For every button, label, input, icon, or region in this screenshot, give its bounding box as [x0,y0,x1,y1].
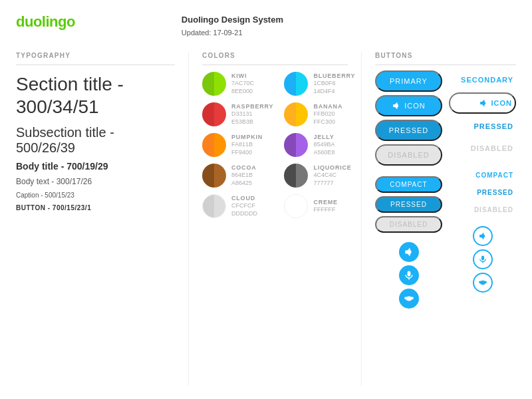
svg-point-5 [479,281,481,284]
color-banana: BANANA FFB020 FFC300 [284,102,355,126]
pressed-button[interactable]: PRESSED [375,120,442,141]
typography-body-text: Body text - 300/17/26 [16,177,175,186]
speaker-icon [392,101,401,110]
turtle-outline-icon [478,278,487,287]
cloud-swatch [202,194,226,218]
svg-point-3 [406,297,410,301]
turtle-circle-icon[interactable] [399,289,419,309]
speaker-filled-icon [404,247,414,257]
compact-outline-button[interactable]: COMPACT [449,168,516,182]
logo: duolingo [16,13,75,31]
system-title: Duolingo Design System [182,13,283,27]
svg-point-6 [484,281,487,284]
header: duolingo Duolingo Design System Updated:… [16,13,516,39]
typography-body-title: Body title - 700/19/29 [16,161,175,172]
mic-filled-icon [404,270,414,281]
typography-section-title: Section title - 300/34/51 [16,73,175,118]
kiwi-swatch [202,72,226,96]
banana-swatch [284,102,308,126]
icon-button[interactable]: ICON [375,95,442,116]
jelly-swatch [284,133,308,157]
compact-pressed-outline-button[interactable]: PRESSED [449,186,516,200]
turtle-icon [404,293,414,304]
color-liquorice: LIQUORICE 4C4C4C 777777 [284,164,355,188]
disabled-button: DISABLED [375,144,442,166]
typography-subsection-title: Subsection title - 500/26/39 [16,125,175,156]
icon-outline-button[interactable]: ICON [449,92,516,114]
creme-swatch [284,194,308,218]
color-jelly: JELLY 8549BA A560E8 [284,133,355,157]
updated-date: Updated: 17-09-21 [182,27,283,39]
buttons-section-label: BUTTONS [375,52,516,65]
svg-point-1 [404,297,407,300]
typography-section-label: TYPOGRAPHY [16,52,175,65]
raspberry-swatch [202,102,226,126]
color-kiwi: KIWI 7AC70C 8EE000 [202,72,273,96]
typography-caption: Caption - 500/15/23 [16,192,175,199]
color-grid: KIWI 7AC70C 8EE000 BLUEBERRY 1CB0F6 14D4… [202,72,348,218]
compact-button[interactable]: COMPACT [375,176,442,193]
pumpkin-swatch [202,133,226,157]
mic-circle-icon[interactable] [399,265,419,285]
color-creme: CREME FFFFFF [284,194,355,218]
compact-disabled-outline-button: DISABLED [449,203,516,217]
color-cloud: CLOUD CFCFCF DDDDDD [202,194,273,218]
mic-outline-icon [478,255,487,264]
speaker-circle-icon[interactable] [399,242,419,262]
compact-disabled-button: DISABLED [375,216,442,233]
disabled-outline-button: DISABLED [449,139,516,158]
colors-column: COLORS KIWI 7AC70C 8EE000 [189,52,362,386]
blueberry-swatch [284,72,308,96]
color-pumpkin: PUMPKIN FA811B FF9400 [202,133,273,157]
secondary-button[interactable]: SECONDARY [449,70,516,89]
cocoa-swatch [202,164,226,188]
color-cocoa: COCOA 864E1B A86425 [202,164,273,188]
pressed-outline-button[interactable]: PRESSED [449,117,516,136]
logo-text: duolingo [16,13,75,30]
liquorice-swatch [284,164,308,188]
mic-circle-outline-icon[interactable] [473,249,493,269]
speaker-outline-small-icon [478,231,487,241]
header-info: Duolingo Design System Updated: 17-09-21 [182,13,283,39]
speaker-circle-outline-icon[interactable] [473,226,493,246]
svg-point-2 [410,297,413,300]
buttons-column: BUTTONS PRIMARY ICON PRESSED DISABLED CO… [362,52,516,386]
main-columns: TYPOGRAPHY Section title - 300/34/51 Sub… [16,52,516,386]
color-raspberry: RASPBERRY D33131 E53B3B [202,102,273,126]
typography-button-style: BUTTON - 700/15/23/1 [16,204,175,211]
turtle-circle-outline-icon[interactable] [473,273,493,293]
colors-section-label: COLORS [202,52,348,65]
typography-column: TYPOGRAPHY Section title - 300/34/51 Sub… [16,52,189,386]
primary-button[interactable]: PRIMARY [375,70,442,92]
compact-pressed-button[interactable]: PRESSED [375,196,442,213]
speaker-outline-icon [479,98,488,108]
color-blueberry: BLUEBERRY 1CB0F6 14D4F4 [284,72,355,96]
